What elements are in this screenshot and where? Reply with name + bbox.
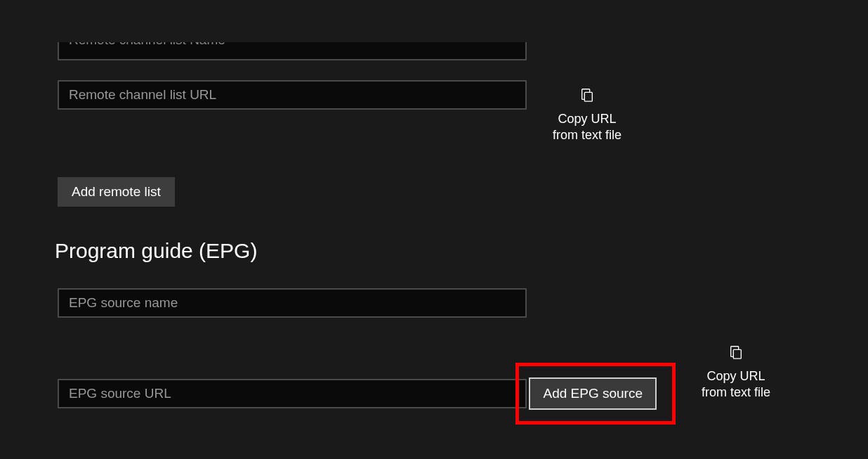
remote-name-placeholder: Remote channel list Name	[69, 42, 225, 48]
copy-url-label: Copy URL from text file	[552, 111, 622, 144]
copy-icon	[728, 344, 744, 363]
remote-url-input[interactable]	[58, 80, 527, 110]
epg-name-row	[58, 288, 868, 318]
add-remote-list-button[interactable]: Add remote list	[58, 177, 175, 207]
epg-url-row: Add EPG source Copy URL from text file	[58, 337, 868, 425]
copy-url-remote[interactable]: Copy URL from text file	[552, 87, 622, 144]
copy-icon	[579, 87, 595, 105]
epg-url-input[interactable]	[58, 379, 527, 408]
svg-rect-1	[733, 349, 741, 358]
epg-name-input[interactable]	[58, 288, 527, 318]
add-epg-highlight: Add EPG source	[515, 363, 676, 425]
remote-name-input-partial[interactable]: Remote channel list Name	[58, 42, 527, 60]
remote-url-row: Add remote list Copy URL from text file	[58, 80, 868, 207]
remote-name-row: Remote channel list Name	[58, 42, 868, 60]
copy-url-label: Copy URL from text file	[701, 368, 771, 401]
copy-url-epg[interactable]: Copy URL from text file	[701, 344, 771, 401]
epg-heading: Program guide (EPG)	[55, 239, 868, 263]
add-epg-source-button[interactable]: Add EPG source	[529, 377, 657, 410]
svg-rect-0	[584, 92, 592, 101]
